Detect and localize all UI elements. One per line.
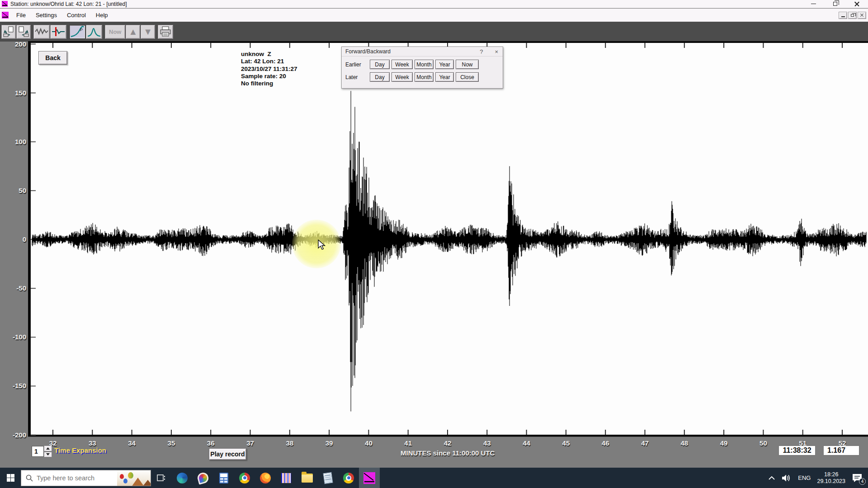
dialog-title: Forward/Backward — [345, 48, 391, 55]
taskbar-clock[interactable]: 18:26 29.10.2023 — [817, 471, 845, 485]
x-tick-label: 37 — [246, 439, 254, 447]
time-expansion-value[interactable]: 1 — [32, 446, 44, 457]
x-tick-label: 41 — [404, 439, 412, 447]
blue-balloon-icon — [123, 479, 127, 483]
helicorder-taskbar-button[interactable] — [276, 468, 297, 488]
now-button[interactable]: Now — [105, 25, 125, 39]
waveform-view-button[interactable] — [33, 25, 50, 39]
menu-file[interactable]: File — [13, 10, 29, 20]
x-tick-label: 49 — [720, 439, 728, 447]
hidden-icons-chevron[interactable] — [768, 476, 775, 480]
action-center-button[interactable]: 4 — [852, 473, 863, 483]
menu-control[interactable]: Control — [63, 10, 90, 20]
x-tick-label: 44 — [523, 439, 530, 447]
x-tick-label: 47 — [641, 439, 649, 447]
maximize-button[interactable] — [830, 1, 840, 7]
notepad-taskbar-button[interactable] — [317, 468, 338, 488]
edge-icon — [177, 473, 188, 483]
earlier-week-button[interactable]: Week — [392, 60, 413, 69]
y-tick-label: 50 — [5, 187, 26, 194]
later-month-button[interactable]: Month — [415, 72, 434, 82]
later-year-button[interactable]: Year — [435, 72, 454, 82]
plot-area[interactable] — [31, 43, 868, 435]
earlier-label: Earlier — [345, 61, 370, 68]
x-tick-label: 46 — [602, 439, 609, 447]
pick-phase-button[interactable]: P — [69, 25, 85, 39]
up-arrow-icon: ▲ — [127, 27, 139, 36]
gaussian-button[interactable] — [86, 25, 102, 39]
firefox-taskbar-button[interactable] — [255, 468, 276, 488]
down-triangle-icon — [46, 453, 50, 455]
click-highlight — [292, 220, 341, 268]
language-indicator[interactable]: ENG — [798, 474, 811, 481]
print-button[interactable] — [158, 25, 173, 39]
play-record-button[interactable]: Play record — [209, 448, 246, 460]
y-tick-label: -200 — [5, 431, 26, 438]
notepad-icon — [323, 472, 333, 483]
mdi-minimize-button[interactable] — [839, 12, 847, 19]
search-highlight-image[interactable] — [117, 470, 151, 486]
windows-logo-icon — [7, 474, 14, 482]
later-day-button[interactable]: Day — [370, 72, 390, 82]
svg-text:P: P — [80, 28, 83, 32]
firefox-icon — [260, 473, 271, 483]
dialog-close-button[interactable]: × — [495, 48, 498, 55]
later-week-button[interactable]: Week — [392, 72, 413, 82]
earlier-month-button[interactable]: Month — [415, 60, 434, 69]
window-title: Station: unknow/Ohrid Lat: 42 Lon: 21 - … — [10, 1, 127, 7]
mdi-close-button[interactable] — [858, 12, 866, 19]
document-icon[interactable] — [2, 12, 9, 19]
time-expansion-label: Time Expansion — [54, 446, 106, 454]
filter-button[interactable] — [50, 25, 66, 39]
scroll-down-button[interactable]: ▼ — [141, 25, 155, 39]
task-view-button[interactable] — [151, 468, 172, 488]
file-explorer-taskbar-button[interactable] — [297, 468, 317, 488]
chrome-icon — [343, 473, 354, 483]
seismograph-app-taskbar-button[interactable] — [359, 468, 380, 488]
earlier-year-button[interactable]: Year — [435, 60, 454, 69]
mouse-cursor — [317, 239, 327, 250]
y-tick-label: 100 — [5, 137, 26, 145]
earlier-day-button[interactable]: Day — [370, 60, 390, 69]
x-tick-label: 42 — [444, 439, 452, 447]
y-tick-label: -150 — [5, 382, 26, 389]
app-icon — [2, 1, 8, 7]
calculator-taskbar-button[interactable] — [213, 468, 234, 488]
search-input[interactable] — [37, 474, 104, 482]
chrome-taskbar-button[interactable] — [234, 468, 255, 488]
time-expansion-up-button[interactable] — [44, 446, 52, 451]
seismograph-app-icon — [363, 472, 375, 484]
menu-bar: File Settings Control Help — [0, 9, 868, 22]
menu-settings[interactable]: Settings — [32, 10, 61, 20]
start-button[interactable] — [0, 468, 21, 488]
paint-taskbar-button[interactable] — [193, 468, 213, 488]
chrome-2-taskbar-button[interactable] — [338, 468, 359, 488]
dialog-title-bar[interactable]: Forward/Backward ? × — [342, 47, 503, 56]
now-dialog-button[interactable]: Now — [456, 60, 479, 69]
later-label: Later — [345, 74, 370, 80]
x-tick-label: 39 — [326, 439, 333, 447]
x-tick-label: 48 — [680, 439, 688, 447]
open-previous-record-button[interactable] — [1, 25, 16, 39]
scroll-up-button[interactable]: ▲ — [126, 25, 140, 39]
task-view-icon — [156, 473, 166, 483]
edge-taskbar-button[interactable] — [172, 468, 193, 488]
y-tick-label: 150 — [5, 89, 26, 96]
mdi-restore-button[interactable] — [848, 12, 857, 19]
x-axis-caption: MINUTES since 11:00:00 UTC — [401, 449, 495, 457]
minimize-button[interactable] — [808, 1, 818, 7]
x-tick-label: 34 — [128, 439, 136, 447]
save-next-record-button[interactable] — [16, 25, 31, 39]
back-button[interactable]: Back — [38, 51, 67, 65]
taskbar-search[interactable] — [21, 470, 151, 486]
waveform-icon — [35, 26, 48, 38]
close-dialog-button[interactable]: Close — [456, 72, 479, 82]
toolbar: P Now ▲ ▼ — [0, 22, 868, 42]
time-expansion-down-button[interactable] — [44, 452, 52, 458]
taskbar-time: 18:26 — [817, 471, 845, 478]
menu-help[interactable]: Help — [92, 10, 112, 20]
dialog-help-button[interactable]: ? — [480, 48, 483, 55]
save-next-icon — [18, 26, 29, 38]
close-button[interactable] — [852, 1, 862, 7]
volume-icon[interactable] — [782, 474, 792, 482]
